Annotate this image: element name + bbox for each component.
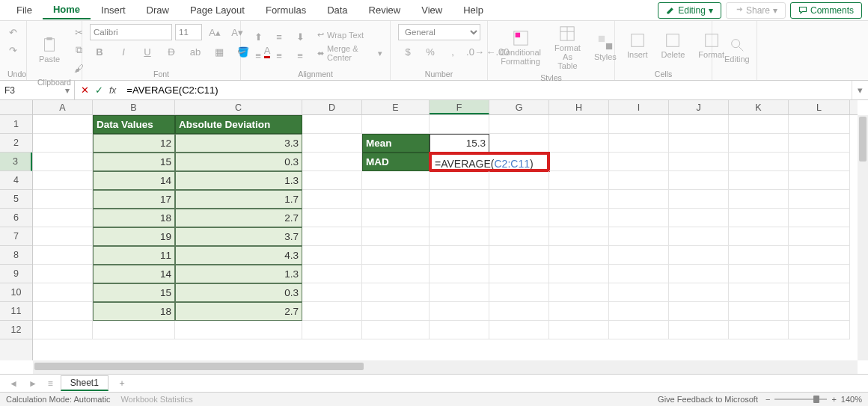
expand-formula-bar-icon[interactable]: ▾ (852, 81, 868, 99)
row-header-1[interactable]: 1 (0, 115, 32, 134)
cell-E6[interactable] (362, 209, 430, 227)
wrap-text-button[interactable]: ↩Wrap Text (317, 30, 364, 40)
cell-D11[interactable] (302, 302, 362, 321)
cell-I1[interactable] (609, 115, 669, 134)
column-header-A[interactable]: A (33, 100, 93, 114)
scrollbar-thumb[interactable] (859, 117, 867, 162)
cell-K2[interactable] (729, 134, 789, 153)
cell-A6[interactable] (33, 209, 93, 227)
column-header-I[interactable]: I (609, 100, 669, 114)
row-header-12[interactable]: 12 (0, 321, 32, 339)
column-header-D[interactable]: D (302, 100, 362, 114)
cell-J10[interactable] (669, 283, 729, 302)
cell-C5[interactable]: 1.7 (175, 190, 302, 209)
cell-B8[interactable]: 11 (93, 246, 175, 265)
cell-G1[interactable] (489, 115, 549, 134)
cell-K6[interactable] (729, 209, 789, 227)
align-center-icon[interactable]: ≡ (269, 47, 289, 64)
cell-J2[interactable] (669, 134, 729, 153)
tab-data[interactable]: Data (317, 1, 358, 19)
cell-D9[interactable] (302, 265, 362, 283)
redo-icon[interactable]: ↷ (4, 42, 23, 58)
currency-icon[interactable]: $ (398, 43, 418, 60)
cell-J3[interactable] (669, 153, 729, 171)
delete-cells-button[interactable]: Delete (657, 31, 690, 61)
cell-A8[interactable] (33, 246, 93, 265)
cell-B9[interactable]: 14 (93, 265, 175, 283)
cancel-formula-icon[interactable]: ✕ (81, 84, 89, 96)
tab-view[interactable]: View (411, 1, 453, 19)
cell-G8[interactable] (489, 246, 549, 265)
row-header-9[interactable]: 9 (0, 265, 32, 283)
zoom-in-icon[interactable]: + (831, 395, 836, 404)
cell-D7[interactable] (302, 227, 362, 246)
cell-A3[interactable] (33, 153, 93, 171)
cell-F5[interactable] (430, 190, 489, 209)
column-header-E[interactable]: E (362, 100, 430, 114)
row-header-3[interactable]: 3 (0, 153, 32, 171)
editing-group-button[interactable]: Editing (720, 35, 754, 65)
cell-L12[interactable] (789, 321, 850, 339)
cell-E8[interactable] (362, 246, 430, 265)
cell-G5[interactable] (489, 190, 549, 209)
cell-F9[interactable] (430, 265, 489, 283)
align-top-icon[interactable]: ⬆ (248, 28, 268, 45)
cell-I7[interactable] (609, 227, 669, 246)
row-header-4[interactable]: 4 (0, 171, 32, 190)
tab-file[interactable]: File (6, 1, 43, 19)
cell-F10[interactable] (430, 283, 489, 302)
cell-L11[interactable] (789, 302, 850, 321)
cell-L5[interactable] (789, 190, 850, 209)
cell-I4[interactable] (609, 171, 669, 190)
cell-F3[interactable]: =AVERAGE(C2:C11) (430, 153, 549, 171)
cell-J7[interactable] (669, 227, 729, 246)
cell-L1[interactable] (789, 115, 850, 134)
border-icon[interactable]: ▦ (210, 43, 229, 60)
column-header-C[interactable]: C (175, 100, 302, 114)
sheet-tab[interactable]: Sheet1 (61, 375, 109, 391)
column-header-F[interactable]: F (430, 100, 489, 114)
cell-D5[interactable] (302, 190, 362, 209)
cell-F1[interactable] (430, 115, 489, 134)
cell-K1[interactable] (729, 115, 789, 134)
column-header-B[interactable]: B (93, 100, 175, 114)
cell-I12[interactable] (609, 321, 669, 339)
cell-A10[interactable] (33, 283, 93, 302)
cell-L9[interactable] (789, 265, 850, 283)
cell-G6[interactable] (489, 209, 549, 227)
cell-C9[interactable]: 1.3 (175, 265, 302, 283)
cell-B7[interactable]: 19 (93, 227, 175, 246)
cell-J12[interactable] (669, 321, 729, 339)
cell-C1[interactable]: Absolute Deviation (175, 115, 302, 134)
cell-G2[interactable] (489, 134, 549, 153)
cell-I9[interactable] (609, 265, 669, 283)
cell-K11[interactable] (729, 302, 789, 321)
cell-D1[interactable] (302, 115, 362, 134)
tab-page-layout[interactable]: Page Layout (180, 1, 255, 19)
accept-formula-icon[interactable]: ✓ (95, 84, 103, 96)
cell-K5[interactable] (729, 190, 789, 209)
column-header-G[interactable]: G (489, 100, 549, 114)
cell-K9[interactable] (729, 265, 789, 283)
cell-G4[interactable] (489, 171, 549, 190)
tab-draw[interactable]: Draw (136, 1, 180, 19)
add-sheet-icon[interactable]: ＋ (113, 377, 131, 390)
cell-E1[interactable] (362, 115, 430, 134)
row-header-7[interactable]: 7 (0, 227, 32, 246)
feedback-link[interactable]: Give Feedback to Microsoft (658, 395, 758, 404)
italic-icon[interactable]: I (114, 43, 133, 60)
cell-H10[interactable] (549, 283, 609, 302)
row-header-11[interactable]: 11 (0, 302, 32, 321)
cell-K7[interactable] (729, 227, 789, 246)
cell-D6[interactable] (302, 209, 362, 227)
zoom-level[interactable]: 140% (841, 395, 862, 404)
cell-F2[interactable]: 15.3 (430, 134, 489, 153)
row-header-2[interactable]: 2 (0, 134, 32, 153)
column-header-H[interactable]: H (549, 100, 609, 114)
cell-B5[interactable]: 17 (93, 190, 175, 209)
cell-B2[interactable]: 12 (93, 134, 175, 153)
sheet-nav-next-icon[interactable]: ► (25, 378, 40, 389)
cell-J5[interactable] (669, 190, 729, 209)
cell-B11[interactable]: 18 (93, 302, 175, 321)
insert-cells-button[interactable]: Insert (623, 31, 652, 61)
